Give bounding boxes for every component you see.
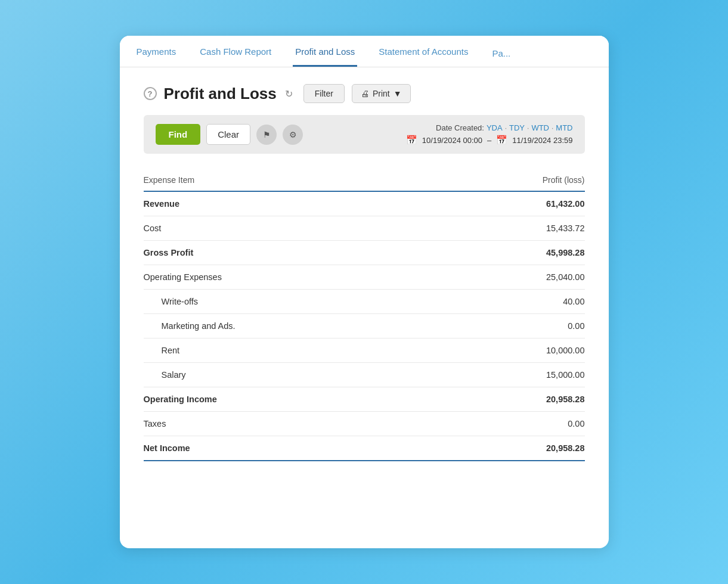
- row-value: 15,433.72: [446, 216, 585, 241]
- page-title: Profit and Loss: [164, 85, 277, 103]
- tab-cash-flow-report[interactable]: Cash Flow Report: [197, 36, 274, 67]
- table-row: Taxes0.00: [144, 412, 585, 436]
- refresh-icon[interactable]: ↻: [285, 88, 293, 100]
- table-row: Marketing and Ads.0.00: [144, 314, 585, 338]
- row-label: Gross Profit: [144, 241, 446, 265]
- main-card: Payments Cash Flow Report Profit and Los…: [120, 36, 609, 548]
- page-content: ? Profit and Loss ↻ Filter 🖨 Print ▼ Fin…: [120, 67, 609, 480]
- row-label: Net Income: [144, 436, 446, 461]
- table-row: Operating Income20,958.28: [144, 387, 585, 412]
- tab-overflow: Pa...: [490, 38, 513, 67]
- title-row: ? Profit and Loss ↻ Filter 🖨 Print ▼: [144, 84, 585, 103]
- chevron-down-icon: ▼: [394, 89, 402, 98]
- date-created-label: Date Created:: [436, 123, 484, 132]
- filter-bar: Find Clear ⚑ ⚙ Date Created: YDA · TDY ·…: [144, 115, 585, 154]
- row-label: Taxes: [144, 412, 446, 436]
- date-to: 11/19/2024 23:59: [512, 136, 572, 145]
- calendar-to-icon: 📅: [496, 135, 507, 145]
- date-range-row: 📅 10/19/2024 00:00 – 📅 11/19/2024 23:59: [406, 135, 573, 145]
- report-table: Expense Item Profit (loss) Revenue61,432…: [144, 170, 585, 461]
- row-value: 20,958.28: [446, 387, 585, 412]
- col-profit-loss: Profit (loss): [446, 170, 585, 191]
- row-value: 10,000.00: [446, 338, 585, 363]
- row-value: 25,040.00: [446, 265, 585, 290]
- tab-payments[interactable]: Payments: [134, 36, 179, 67]
- filter-button[interactable]: Filter: [303, 84, 345, 103]
- row-value: 61,432.00: [446, 191, 585, 216]
- row-label: Operating Expenses: [144, 265, 446, 290]
- table-row: Revenue61,432.00: [144, 191, 585, 216]
- tab-profit-and-loss[interactable]: Profit and Loss: [293, 36, 357, 67]
- date-shortcut-tdy[interactable]: TDY: [509, 123, 525, 132]
- bookmark-icon-button[interactable]: ⚑: [256, 125, 277, 145]
- table-row: Cost15,433.72: [144, 216, 585, 241]
- clear-button[interactable]: Clear: [206, 124, 250, 145]
- date-dash: –: [487, 136, 491, 145]
- col-expense-item: Expense Item: [144, 170, 446, 191]
- table-row: Salary15,000.00: [144, 363, 585, 387]
- row-value: 0.00: [446, 314, 585, 338]
- printer-icon: 🖨: [361, 89, 369, 98]
- row-label: Write-offs: [144, 290, 446, 314]
- table-row: Gross Profit45,998.28: [144, 241, 585, 265]
- print-button[interactable]: 🖨 Print ▼: [352, 84, 411, 103]
- table-row: Rent10,000.00: [144, 338, 585, 363]
- table-row: Operating Expenses25,040.00: [144, 265, 585, 290]
- date-shortcut-yda[interactable]: YDA: [487, 123, 503, 132]
- row-label: Revenue: [144, 191, 446, 216]
- date-label-row: Date Created: YDA · TDY · WTD · MTD: [436, 123, 572, 132]
- row-label: Rent: [144, 338, 446, 363]
- help-icon[interactable]: ?: [144, 87, 157, 100]
- row-label: Operating Income: [144, 387, 446, 412]
- table-header-row: Expense Item Profit (loss): [144, 170, 585, 191]
- date-section: Date Created: YDA · TDY · WTD · MTD 📅 10…: [406, 123, 573, 145]
- calendar-from-icon: 📅: [406, 135, 417, 145]
- row-label: Marketing and Ads.: [144, 314, 446, 338]
- tab-bar: Payments Cash Flow Report Profit and Los…: [120, 36, 609, 67]
- row-value: 20,958.28: [446, 436, 585, 461]
- table-row: Write-offs40.00: [144, 290, 585, 314]
- date-from: 10/19/2024 00:00: [422, 136, 482, 145]
- find-button[interactable]: Find: [156, 124, 201, 145]
- settings-icon-button[interactable]: ⚙: [283, 125, 303, 145]
- row-label: Salary: [144, 363, 446, 387]
- row-label: Cost: [144, 216, 446, 241]
- row-value: 45,998.28: [446, 241, 585, 265]
- row-value: 0.00: [446, 412, 585, 436]
- row-value: 40.00: [446, 290, 585, 314]
- table-row: Net Income20,958.28: [144, 436, 585, 461]
- row-value: 15,000.00: [446, 363, 585, 387]
- date-shortcut-wtd[interactable]: WTD: [531, 123, 549, 132]
- tab-statement-of-accounts[interactable]: Statement of Accounts: [376, 36, 470, 67]
- date-shortcut-mtd[interactable]: MTD: [556, 123, 572, 132]
